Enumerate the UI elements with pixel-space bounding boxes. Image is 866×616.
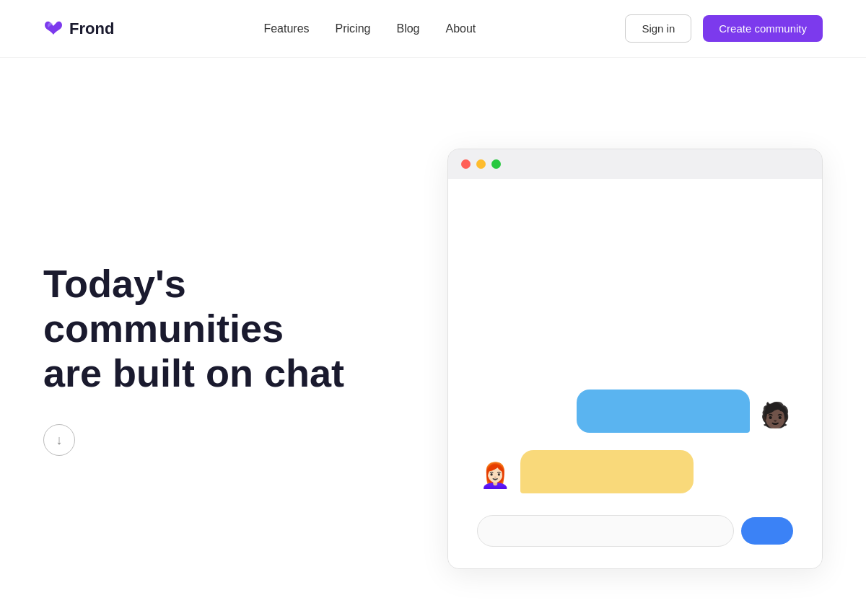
browser-content: 🧑🏿 👩🏻‍🦰 <box>448 179 822 568</box>
traffic-light-close <box>461 159 471 169</box>
nav-link-pricing[interactable]: Pricing <box>336 22 371 35</box>
chat-input-bar <box>477 515 793 547</box>
avatar-left: 👩🏻‍🦰 <box>477 457 513 493</box>
logo-icon <box>43 20 64 38</box>
message-right: 🧑🏿 <box>477 390 793 433</box>
logo-link[interactable]: Frond <box>43 19 114 38</box>
nav-link-blog[interactable]: Blog <box>396 22 419 35</box>
nav-links: Features Pricing Blog About <box>263 22 476 35</box>
message-left: 👩🏻‍🦰 <box>477 450 793 493</box>
nav-actions: Sign in Create community <box>625 14 823 43</box>
create-community-button[interactable]: Create community <box>703 15 823 42</box>
hero-title: Today's communities are built on chat <box>43 261 404 395</box>
bubble-blue <box>577 390 750 433</box>
bubble-yellow <box>520 450 694 493</box>
logo-text: Frond <box>69 19 114 38</box>
traffic-light-maximize <box>491 159 501 169</box>
chat-input-field[interactable] <box>477 515 734 547</box>
browser-mockup: 🧑🏿 👩🏻‍🦰 <box>447 149 823 569</box>
chevron-down-icon: ↓ <box>56 433 63 448</box>
browser-titlebar <box>448 149 822 179</box>
nav-link-about[interactable]: About <box>446 22 476 35</box>
navbar: Frond Features Pricing Blog About Sign i… <box>0 0 866 58</box>
hero-right: 🧑🏿 👩🏻‍🦰 <box>447 149 823 569</box>
chat-area: 🧑🏿 👩🏻‍🦰 <box>477 390 793 493</box>
chat-send-button[interactable] <box>741 517 793 545</box>
nav-link-features[interactable]: Features <box>263 22 309 35</box>
signin-button[interactable]: Sign in <box>625 14 691 43</box>
hero-left: Today's communities are built on chat ↓ <box>43 261 404 456</box>
avatar-right: 🧑🏿 <box>757 397 793 433</box>
scroll-down-button[interactable]: ↓ <box>43 424 75 456</box>
hero-section: Today's communities are built on chat ↓ <box>0 58 866 616</box>
traffic-light-minimize <box>476 159 486 169</box>
